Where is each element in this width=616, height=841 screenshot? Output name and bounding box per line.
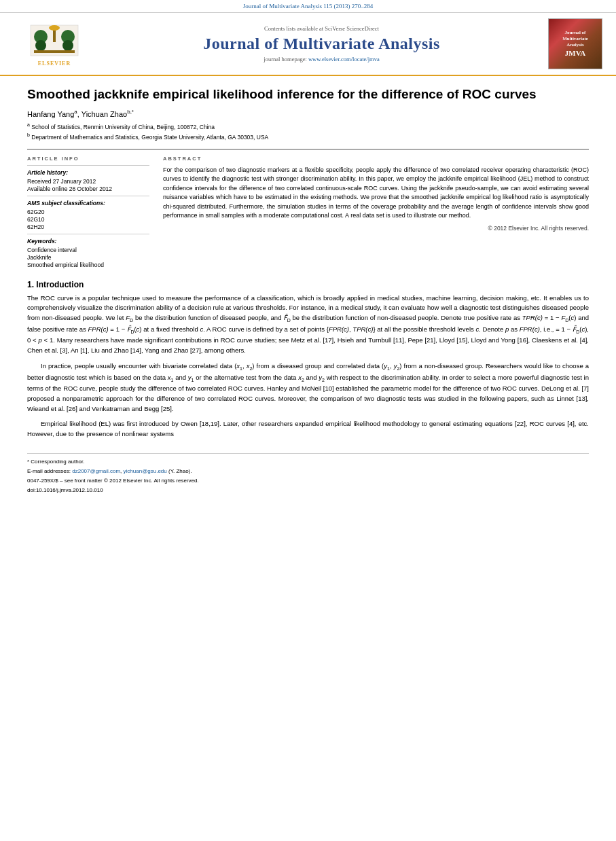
svg-point-5	[35, 40, 46, 51]
article-info-header: ARTICLE INFO	[27, 156, 149, 162]
received-date: Received 27 January 2012	[27, 178, 149, 185]
keyword-2: Jackknife	[27, 254, 149, 261]
journal-title: Journal of Multivariate Analysis	[95, 35, 548, 53]
intro-para-1: The ROC curve is a popular technique use…	[27, 293, 589, 356]
affiliation-b: b Department of Mathematics and Statisti…	[27, 132, 589, 142]
footnotes-area: * Corresponding author. E-mail addresses…	[27, 453, 589, 495]
intro-para-3: Empirical likelihood (EL) was first intr…	[27, 419, 589, 439]
ams-code-3: 62H20	[27, 223, 149, 230]
article-content: Smoothed jackknife empirical likelihood …	[0, 76, 616, 507]
author-b-sup: b,*	[127, 109, 134, 115]
authors-line: Hanfang Yanga, Yichuan Zhaob,*	[27, 109, 589, 118]
elsevier-logo-area: ELSEVIER	[14, 22, 95, 67]
intro-para-2: In practice, people usually encounter wi…	[27, 361, 589, 414]
author-a-name: Hanfang Yang	[27, 109, 74, 118]
available-date: Available online 26 October 2012	[27, 185, 149, 192]
info-divider-3	[27, 234, 149, 234]
and-text: and	[175, 374, 186, 381]
info-divider-2	[27, 196, 149, 196]
journal-header: ELSEVIER Contents lists available at Sci…	[0, 13, 616, 76]
article-info-abstract: ARTICLE INFO Article history: Received 2…	[27, 156, 589, 269]
intro-section-title: 1. Introduction	[27, 280, 589, 289]
jmva-logo-text: Journal ofMultivariateAnalysisJMVA	[562, 30, 588, 58]
main-divider	[27, 149, 589, 150]
email-note: E-mail addresses: dz2007@gmail.com, yich…	[27, 467, 589, 475]
corresponding-author-note: * Corresponding author.	[27, 458, 589, 465]
email-link-b[interactable]: yichuan@gsu.edu	[124, 468, 167, 474]
copyright-line: © 2012 Elsevier Inc. All rights reserved…	[163, 225, 589, 232]
ams-code-2: 62G10	[27, 216, 149, 223]
history-label: Article history:	[27, 169, 149, 176]
intro-body: The ROC curve is a popular technique use…	[27, 293, 589, 440]
keyword-3: Smoothed empirical likelihood	[27, 262, 149, 268]
author-b-name: Yichuan Zhao	[81, 109, 127, 118]
elsevier-tree-icon	[27, 22, 81, 59]
ams-code-1: 62G20	[27, 209, 149, 215]
keyword-1: Confidence interval	[27, 247, 149, 253]
author-a-sup: a	[74, 109, 77, 115]
ams-label: AMS subject classifications:	[27, 200, 149, 207]
svg-point-2	[49, 25, 60, 31]
article-title: Smoothed jackknife empirical likelihood …	[27, 86, 589, 103]
abstract-text: For the comparison of two diagnostic mar…	[163, 166, 589, 221]
jmva-logo-box: Journal ofMultivariateAnalysisJMVA	[548, 18, 602, 69]
article-info-column: ARTICLE INFO Article history: Received 2…	[27, 156, 149, 269]
homepage-line: journal homepage: www.elsevier.com/locat…	[95, 56, 548, 62]
abstract-header: ABSTRACT	[163, 156, 589, 162]
footer-line-2: doi:10.1016/j.jmva.2012.10.010	[27, 486, 589, 494]
abstract-column: ABSTRACT For the comparison of two diagn…	[163, 156, 589, 269]
affiliation-a: a School of Statistics, Renmin Universit…	[27, 122, 589, 132]
top-journal-bar: Journal of Multivariate Analysis 115 (20…	[0, 0, 616, 13]
sciverse-line: Contents lists available at SciVerse Sci…	[95, 25, 548, 32]
elsevier-brand-text: ELSEVIER	[38, 60, 71, 67]
email-link-a[interactable]: dz2007@gmail.com	[72, 468, 120, 474]
journal-title-area: Contents lists available at SciVerse Sci…	[95, 25, 548, 62]
homepage-link[interactable]: www.elsevier.com/locate/jmva	[308, 56, 380, 62]
keywords-label: Keywords:	[27, 238, 149, 245]
affiliations: a School of Statistics, Renmin Universit…	[27, 122, 589, 141]
svg-rect-7	[34, 50, 75, 53]
footer-line-1: 0047-259X/$ – see front matter © 2012 El…	[27, 477, 589, 484]
journal-reference: Journal of Multivariate Analysis 115 (20…	[243, 3, 374, 10]
svg-point-6	[62, 40, 73, 51]
info-divider-1	[27, 165, 149, 166]
